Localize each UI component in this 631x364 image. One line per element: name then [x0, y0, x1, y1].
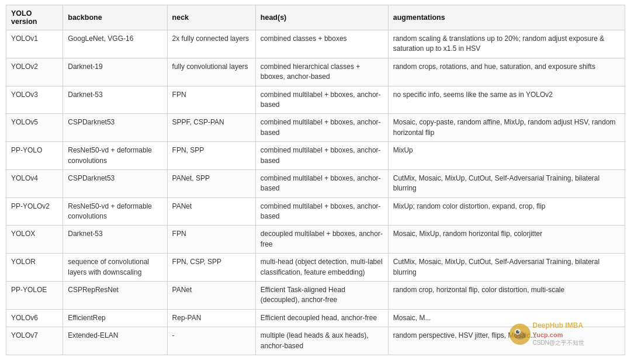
- header-augmentations: augmentations: [388, 5, 625, 30]
- cell-heads: combined multilabel + bboxes, anchor-bas…: [255, 169, 388, 197]
- cell-version: YOLOR: [6, 254, 63, 282]
- cell-heads: multi-head (object detection, multi-labe…: [255, 254, 388, 282]
- cell-heads: combined classes + bboxes: [255, 30, 388, 58]
- cell-heads: Efficient decoupled head, anchor-free: [255, 309, 388, 327]
- cell-neck: FPN, CSP, SPP: [167, 254, 255, 282]
- header-neck: neck: [167, 5, 255, 30]
- header-heads: head(s): [255, 5, 388, 30]
- table-row: PP-YOLOECSPRepResNetPANetEfficient Task-…: [6, 282, 625, 310]
- cell-backbone: Darknet-19: [63, 58, 167, 86]
- cell-version: YOLOv5: [6, 114, 63, 142]
- cell-version: PP-YOLOv2: [6, 197, 63, 226]
- cell-heads: multiple (lead heads & aux heads), ancho…: [255, 327, 388, 355]
- table-row: PP-YOLOv2ResNet50-vd + deformable convol…: [6, 197, 625, 226]
- cell-version: YOLOv4: [6, 169, 63, 197]
- cell-neck: PANet: [167, 282, 255, 310]
- table-row: YOLOv7Extended-ELAN-multiple (lead heads…: [6, 327, 625, 355]
- cell-neck: FPN, SPP: [167, 142, 255, 170]
- cell-backbone: CSPDarknet53: [63, 114, 167, 142]
- cell-heads: decoupled multilabel + bboxes, anchor-fr…: [255, 226, 388, 254]
- cell-heads: combined multilabel + bboxes, anchor-bas…: [255, 197, 388, 226]
- table-row: YOLOv5CSPDarknet53SPPF, CSP-PANcombined …: [6, 114, 625, 142]
- table-row: YOLOv2Darknet-19fully convolutional laye…: [6, 58, 625, 86]
- cell-version: YOLOv7: [6, 327, 63, 355]
- table-row: YOLOv6EfficientRepRep-PANEfficient decou…: [6, 309, 625, 327]
- cell-heads: combined multilabel + bboxes, anchor-bas…: [255, 142, 388, 170]
- cell-augmentations: CutMix, Mosaic, MixUp, CutOut, Self-Adve…: [388, 169, 625, 197]
- cell-backbone: ResNet50-vd + deformable convolutions: [63, 142, 167, 170]
- cell-backbone: EfficientRep: [63, 309, 167, 327]
- cell-version: YOLOv2: [6, 58, 63, 86]
- table-row: YOLOv3Darknet-53FPNcombined multilabel +…: [6, 86, 625, 114]
- cell-neck: -: [167, 327, 255, 355]
- cell-version: YOLOX: [6, 226, 63, 254]
- cell-backbone: CSPDarknet53: [63, 169, 167, 197]
- cell-heads: Efficient Task-aligned Head (decoupled),…: [255, 282, 388, 310]
- cell-neck: FPN: [167, 226, 255, 254]
- cell-heads: combined multilabel + bboxes, anchor-bas…: [255, 86, 388, 114]
- cell-neck: Rep-PAN: [167, 309, 255, 327]
- cell-version: YOLOv3: [6, 86, 63, 114]
- cell-backbone: CSPRepResNet: [63, 282, 167, 310]
- cell-augmentations: random crop, horizontal flip, color dist…: [388, 282, 625, 310]
- cell-heads: combined multilabel + bboxes, anchor-bas…: [255, 114, 388, 142]
- cell-augmentations: Mosaic, MixUp, random horizontal flip, c…: [388, 226, 625, 254]
- table-row: YOLORsequence of convolutional layers wi…: [6, 254, 625, 282]
- header-version: YOLO version: [6, 5, 63, 30]
- cell-backbone: ResNet50-vd + deformable convolutions: [63, 197, 167, 226]
- cell-neck: 2x fully connected layers: [167, 30, 255, 58]
- cell-augmentations: random scaling & translations up to 20%;…: [388, 30, 625, 58]
- cell-backbone: sequence of convolutional layers with do…: [63, 254, 167, 282]
- cell-augmentations: no specific info, seems like the same as…: [388, 86, 625, 114]
- cell-backbone: Darknet-53: [63, 86, 167, 114]
- cell-augmentations: random perspective, HSV jitter, flips, M…: [388, 327, 625, 355]
- table-row: YOLOv1GoogLeNet, VGG-162x fully connecte…: [6, 30, 625, 58]
- cell-version: YOLOv6: [6, 309, 63, 327]
- cell-augmentations: CutMix, Mosaic, MixUp, CutOut, Self-Adve…: [388, 254, 625, 282]
- header-row: YOLO version backbone neck head(s) augme…: [6, 5, 625, 30]
- cell-backbone: GoogLeNet, VGG-16: [63, 30, 167, 58]
- cell-augmentations: random crops, rotations, and hue, satura…: [388, 58, 625, 86]
- cell-augmentations: MixUp; random color distortion, expand, …: [388, 197, 625, 226]
- cell-version: YOLOv1: [6, 30, 63, 58]
- cell-neck: PANet, SPP: [167, 169, 255, 197]
- table-container: YOLO version backbone neck head(s) augme…: [0, 0, 631, 360]
- cell-heads: combined hierarchical classes + bboxes, …: [255, 58, 388, 86]
- cell-neck: fully convolutional layers: [167, 58, 255, 86]
- cell-backbone: Darknet-53: [63, 226, 167, 254]
- cell-neck: FPN: [167, 86, 255, 114]
- table-row: PP-YOLOResNet50-vd + deformable convolut…: [6, 142, 625, 170]
- cell-neck: PANet: [167, 197, 255, 226]
- cell-version: PP-YOLOE: [6, 282, 63, 310]
- cell-neck: SPPF, CSP-PAN: [167, 114, 255, 142]
- table-row: YOLOXDarknet-53FPNdecoupled multilabel +…: [6, 226, 625, 254]
- table-row: YOLOv4CSPDarknet53PANet, SPPcombined mul…: [6, 169, 625, 197]
- cell-augmentations: Mosaic, copy-paste, random affine, MixUp…: [388, 114, 625, 142]
- cell-augmentations: MixUp: [388, 142, 625, 170]
- cell-augmentations: Mosaic, M...: [388, 309, 625, 327]
- comparison-table: YOLO version backbone neck head(s) augme…: [6, 5, 625, 355]
- header-backbone: backbone: [63, 5, 167, 30]
- cell-backbone: Extended-ELAN: [63, 327, 167, 355]
- cell-version: PP-YOLO: [6, 142, 63, 170]
